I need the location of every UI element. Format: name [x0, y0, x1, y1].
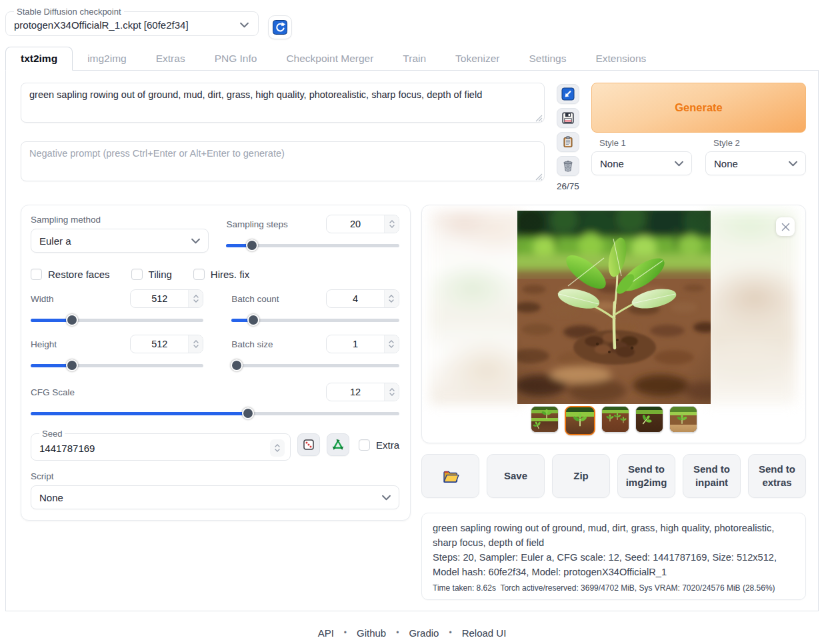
checkbox-box[interactable]: [31, 269, 42, 280]
batch-count-input[interactable]: 4: [326, 289, 399, 308]
tiling-checkbox[interactable]: Tiling: [131, 269, 172, 280]
sampling-steps-slider[interactable]: [226, 239, 399, 251]
tab-checkpoint-merger[interactable]: Checkpoint Merger: [271, 47, 388, 70]
width-input[interactable]: 512: [130, 289, 203, 308]
prompt-input[interactable]: green sapling rowing out of ground, mud,…: [21, 83, 545, 123]
height-spinner[interactable]: [188, 335, 203, 353]
sprout-icon: [541, 409, 552, 419]
generate-button[interactable]: Generate: [591, 83, 806, 133]
footer-link-gradio[interactable]: Gradio: [409, 627, 439, 639]
script-dropdown[interactable]: None: [31, 485, 399, 509]
checkpoint-dropdown[interactable]: Stable Diffusion checkpoint protogenX34O…: [5, 7, 259, 36]
spinner-down-icon: [389, 345, 394, 348]
sampling-method-dropdown[interactable]: Euler a: [31, 229, 209, 253]
clipboard-icon: [561, 135, 575, 149]
gallery-thumbnail-1[interactable]: [531, 406, 559, 433]
cfg-scale-input[interactable]: 12: [326, 383, 399, 401]
footer-link-api[interactable]: API: [318, 627, 334, 639]
height-input[interactable]: 512: [130, 335, 203, 353]
batch-size-slider[interactable]: [231, 359, 399, 371]
style2-dropdown[interactable]: None: [705, 151, 806, 175]
tab-png-info[interactable]: PNG Info: [200, 47, 272, 70]
send-to-extras-button[interactable]: Send to extras: [748, 454, 806, 498]
refresh-icon: [273, 20, 287, 35]
width-label: Width: [31, 294, 54, 304]
apply-style-button[interactable]: [557, 132, 579, 152]
gallery-actions: Save Zip Send to img2img Send to inpaint…: [421, 454, 806, 498]
reuse-seed-button[interactable]: [327, 433, 349, 456]
zip-button[interactable]: Zip: [552, 454, 610, 498]
save-style-button[interactable]: [557, 108, 579, 128]
open-folder-icon: [442, 469, 459, 483]
open-folder-button[interactable]: [421, 454, 479, 498]
spinner-up-icon: [389, 295, 394, 298]
spinner-up-icon: [389, 340, 394, 343]
footer-separator: •: [344, 628, 347, 637]
batch-size-spinner[interactable]: [384, 335, 399, 353]
hires-fix-checkbox[interactable]: Hires. fix: [193, 269, 249, 280]
gallery-thumbnail-2-selected[interactable]: [565, 406, 595, 435]
clear-prompt-button[interactable]: [557, 156, 579, 176]
prompt-column: green sapling rowing out of ground, mud,…: [21, 83, 545, 191]
width-slider[interactable]: [31, 314, 203, 326]
sampling-steps-input[interactable]: 20: [326, 215, 399, 233]
seed-spinner[interactable]: [270, 439, 285, 457]
save-button[interactable]: Save: [487, 454, 545, 498]
footer-link-reload-ui[interactable]: Reload UI: [462, 627, 507, 639]
batch-count-label: Batch count: [231, 294, 279, 304]
tab-train[interactable]: Train: [388, 47, 441, 70]
height-label: Height: [31, 339, 57, 349]
tab-extensions[interactable]: Extensions: [581, 47, 661, 70]
sampling-steps-spinner[interactable]: [384, 215, 399, 233]
negative-prompt-input[interactable]: [21, 141, 545, 181]
tab-extras[interactable]: Extras: [141, 47, 200, 70]
spinner-up-icon: [193, 340, 199, 343]
spinner-down-icon: [389, 393, 395, 396]
send-to-img2img-button[interactable]: Send to img2img: [617, 454, 675, 498]
restore-faces-checkbox[interactable]: Restore faces: [31, 269, 110, 280]
width-spinner[interactable]: [188, 290, 203, 307]
trash-icon: [561, 159, 575, 173]
spinner-up-icon: [193, 295, 199, 298]
script-value: None: [39, 492, 63, 503]
cfg-scale-spinner[interactable]: [384, 383, 399, 401]
spinner-down-icon: [193, 299, 199, 303]
batch-size-input[interactable]: 1: [326, 335, 399, 353]
send-to-inpaint-button[interactable]: Send to inpaint: [683, 454, 741, 498]
gallery-thumbnail-3[interactable]: [601, 406, 629, 433]
height-slider[interactable]: [31, 359, 203, 371]
sprout-icon: [619, 417, 627, 423]
cfg-scale-slider[interactable]: [31, 407, 399, 419]
checkbox-box[interactable]: [359, 439, 370, 451]
style1-dropdown[interactable]: None: [591, 151, 692, 175]
image-gallery: [421, 205, 806, 443]
seed-input[interactable]: Seed 1441787169: [31, 429, 291, 461]
recycle-icon: [331, 438, 345, 451]
batch-count-spinner[interactable]: [384, 290, 399, 307]
batch-count-slider[interactable]: [231, 314, 399, 326]
close-icon: [781, 222, 791, 232]
gallery-thumbnail-4[interactable]: [635, 406, 663, 433]
style2-label: Style 2: [713, 138, 806, 148]
style1-label: Style 1: [599, 138, 692, 148]
gallery-thumbnail-5[interactable]: [669, 406, 697, 433]
checkbox-box[interactable]: [193, 269, 205, 280]
refresh-checkpoints-button[interactable]: [268, 15, 292, 39]
slider-knob[interactable]: [246, 239, 258, 251]
tab-tokenizer[interactable]: Tokenizer: [441, 47, 514, 70]
read-generation-params-button[interactable]: [557, 84, 579, 104]
tab-img2img[interactable]: img2img: [73, 47, 141, 70]
generated-image[interactable]: [517, 211, 711, 404]
checkbox-box[interactable]: [131, 269, 143, 280]
tab-txt2img[interactable]: txt2img: [5, 47, 73, 71]
tab-settings[interactable]: Settings: [514, 47, 581, 70]
floppy-disk-icon: [561, 111, 575, 125]
chevron-down-icon: [675, 161, 683, 167]
random-seed-button[interactable]: [297, 433, 320, 456]
sampling-method-label: Sampling method: [31, 215, 209, 225]
extra-seed-checkbox[interactable]: Extra: [359, 439, 399, 451]
spinner-down-icon: [389, 225, 395, 228]
footer-link-github[interactable]: Github: [357, 627, 386, 639]
generation-info: green sapling rowing out of ground, mud,…: [421, 513, 806, 600]
close-gallery-button[interactable]: [776, 217, 795, 236]
